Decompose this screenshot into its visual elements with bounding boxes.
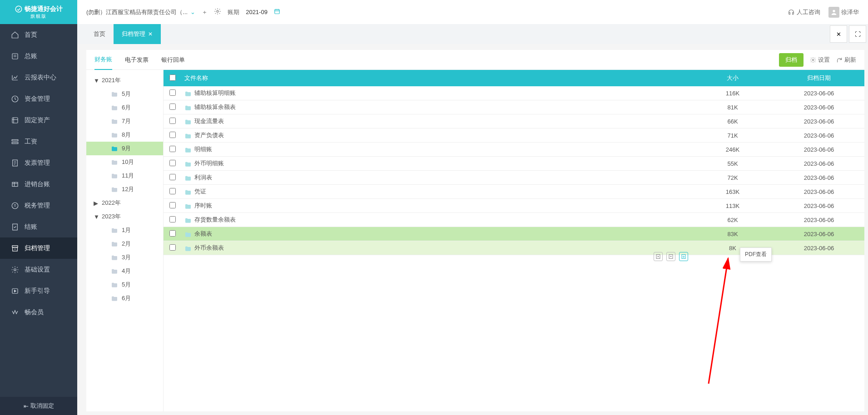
table-row[interactable]: 凭证163K2023-06-06 bbox=[164, 185, 864, 199]
nav-item-ledger[interactable]: 总账 bbox=[0, 45, 77, 67]
month-node[interactable]: 4月 bbox=[86, 264, 163, 278]
archive-button[interactable]: 归档 bbox=[779, 53, 804, 67]
nav-item-invoice[interactable]: 发票管理 bbox=[0, 152, 77, 173]
month-node[interactable]: 6月 bbox=[86, 291, 163, 305]
nav-label: 畅会员 bbox=[25, 308, 44, 316]
year-node[interactable]: ▼2023年 bbox=[86, 210, 163, 223]
month-node[interactable]: 5月 bbox=[86, 87, 163, 101]
folder-icon bbox=[111, 173, 118, 179]
table-row[interactable]: 现金流量表66K2023-06-06 bbox=[164, 114, 864, 128]
nav-item-gear[interactable]: 基础设置 bbox=[0, 259, 77, 280]
table-row[interactable]: 存货数量余额表62K2023-06-06 bbox=[164, 213, 864, 227]
row-checkbox[interactable] bbox=[169, 216, 176, 222]
table-row[interactable]: 明细账246K2023-06-06 bbox=[164, 143, 864, 157]
svg-rect-4 bbox=[12, 139, 18, 141]
row-checkbox[interactable] bbox=[169, 188, 176, 194]
file-name: 序时账 bbox=[194, 202, 212, 209]
nav-label: 资金管理 bbox=[25, 95, 50, 103]
month-node[interactable]: 5月 bbox=[86, 278, 163, 291]
tab-close-button[interactable]: ✕ bbox=[830, 25, 847, 43]
month-node[interactable]: 10月 bbox=[86, 155, 163, 169]
row-checkbox[interactable] bbox=[169, 104, 176, 110]
nav-item-vip[interactable]: 畅会员 bbox=[0, 301, 77, 323]
close-icon[interactable]: ✕ bbox=[148, 31, 153, 37]
month-node[interactable]: 2月 bbox=[86, 237, 163, 251]
calendar-icon[interactable] bbox=[274, 8, 280, 16]
year-tree: ▼2021年5月6月7月8月9月10月11月12月▶2022年▼2023年1月2… bbox=[86, 70, 164, 411]
row-checkbox[interactable] bbox=[169, 160, 176, 166]
month-node[interactable]: 3月 bbox=[86, 251, 163, 264]
refresh-link[interactable]: 刷新 bbox=[836, 56, 856, 64]
select-all-checkbox[interactable] bbox=[169, 74, 176, 81]
row-checkbox[interactable] bbox=[169, 202, 176, 208]
year-node[interactable]: ▼2021年 bbox=[86, 74, 163, 87]
svg-rect-1 bbox=[12, 54, 18, 59]
row-checkbox[interactable] bbox=[169, 118, 176, 124]
nav-item-salary[interactable]: 工资 bbox=[0, 131, 77, 152]
settings-label: 设置 bbox=[818, 56, 830, 64]
table-row[interactable]: 外币明细账55K2023-06-06 bbox=[164, 157, 864, 171]
month-node[interactable]: 1月 bbox=[86, 223, 163, 237]
view-pdf-button[interactable] bbox=[679, 252, 688, 261]
nav-item-tax[interactable]: 税务管理 bbox=[0, 195, 77, 216]
nav-item-home[interactable]: 首页 bbox=[0, 24, 77, 45]
month-node[interactable]: 6月 bbox=[86, 101, 163, 114]
year-label: 2023年 bbox=[102, 212, 121, 221]
year-node[interactable]: ▶2022年 bbox=[86, 196, 163, 210]
company-selector[interactable]: (勿删）江西服宝精品有限责任公司（... ⌄ bbox=[86, 8, 195, 16]
download-pdf-button[interactable] bbox=[666, 252, 675, 261]
month-node[interactable]: 7月 bbox=[86, 114, 163, 128]
caret-icon: ▶ bbox=[94, 200, 98, 207]
file-date: 2023-06-06 bbox=[774, 203, 864, 209]
nav-item-wallet[interactable]: 资金管理 bbox=[0, 88, 77, 109]
nav-item-close[interactable]: 结账 bbox=[0, 216, 77, 237]
table-row[interactable]: 资产负债表71K2023-06-06 bbox=[164, 128, 864, 143]
row-checkbox[interactable] bbox=[169, 174, 176, 180]
nav-item-guide[interactable]: 新手引导 bbox=[0, 280, 77, 301]
unpin-button[interactable]: ⇤ 取消固定 bbox=[0, 397, 77, 415]
wallet-icon bbox=[11, 95, 19, 103]
tab-label: 首页 bbox=[94, 30, 105, 38]
settings-link[interactable]: 设置 bbox=[810, 56, 830, 64]
nav-item-chart[interactable]: 云报表中心 bbox=[0, 67, 77, 88]
unpin-arrow-icon: ⇤ bbox=[24, 403, 29, 410]
svg-point-8 bbox=[12, 203, 18, 209]
table-row[interactable]: 利润表72K2023-06-06 bbox=[164, 171, 864, 185]
month-node[interactable]: 8月 bbox=[86, 128, 163, 142]
download-excel-button[interactable] bbox=[654, 252, 663, 261]
file-date: 2023-06-06 bbox=[774, 174, 864, 181]
consult-link[interactable]: 人工咨询 bbox=[788, 8, 820, 16]
table-row[interactable]: 辅助核算余额表81K2023-06-06 bbox=[164, 100, 864, 114]
header: (勿删）江西服宝精品有限责任公司（... ⌄ ＋ 账期 2021-09 人工咨询… bbox=[77, 0, 868, 24]
subtab-1[interactable]: 电子发票 bbox=[125, 50, 149, 70]
month-node[interactable]: 9月 bbox=[86, 142, 163, 155]
period-value[interactable]: 2021-09 bbox=[246, 9, 268, 15]
subtab-0[interactable]: 财务账 bbox=[94, 50, 112, 70]
nav-item-stock[interactable]: 进销台账 bbox=[0, 173, 77, 195]
add-company-button[interactable]: ＋ bbox=[202, 8, 208, 16]
subtab-2[interactable]: 银行回单 bbox=[161, 50, 185, 70]
row-checkbox[interactable] bbox=[169, 244, 176, 251]
month-node[interactable]: 11月 bbox=[86, 169, 163, 183]
month-node[interactable]: 12月 bbox=[86, 183, 163, 196]
row-checkbox[interactable] bbox=[169, 146, 176, 152]
tab-fullscreen-button[interactable]: ⛶ bbox=[849, 25, 866, 43]
row-checkbox[interactable] bbox=[169, 89, 176, 96]
nav-item-asset[interactable]: 固定资产 bbox=[0, 109, 77, 131]
year-label: 2021年 bbox=[102, 76, 121, 84]
row-checkbox[interactable] bbox=[169, 230, 176, 237]
folder-icon bbox=[111, 145, 118, 152]
file-name: 现金流量表 bbox=[194, 118, 224, 124]
table-row[interactable]: 辅助核算明细账116K2023-06-06 bbox=[164, 86, 864, 100]
table-row[interactable]: 序时账113K2023-06-06 bbox=[164, 199, 864, 213]
chevron-down-icon: ⌄ bbox=[190, 9, 195, 15]
nav-item-archive[interactable]: 归档管理 bbox=[0, 237, 77, 259]
user-menu[interactable]: 徐泽华 bbox=[828, 7, 859, 18]
tab-归档管理[interactable]: 归档管理✕ bbox=[114, 24, 161, 44]
tab-首页[interactable]: 首页 bbox=[85, 24, 114, 44]
table-row[interactable]: 余额表83K2023-06-06 bbox=[164, 227, 864, 241]
row-checkbox[interactable] bbox=[169, 132, 176, 138]
file-name: 辅助核算余额表 bbox=[194, 104, 236, 110]
company-settings-button[interactable] bbox=[214, 8, 221, 16]
invoice-icon bbox=[11, 159, 19, 167]
